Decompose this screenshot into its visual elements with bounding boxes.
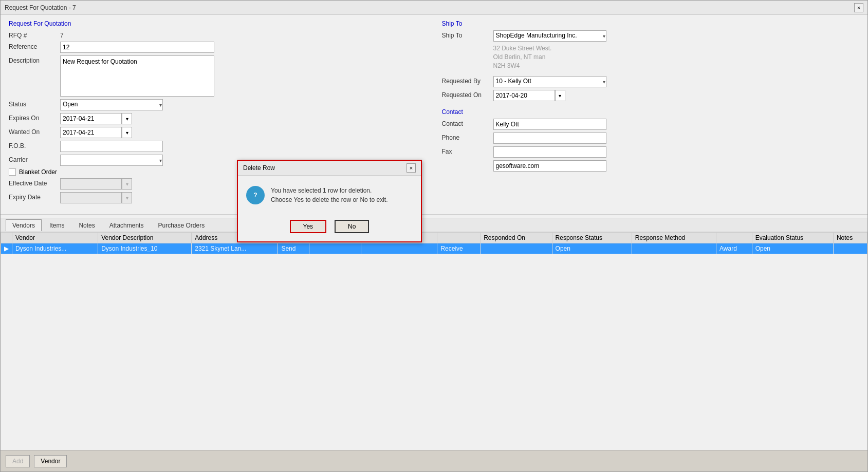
dialog-title-text: Delete Row — [243, 164, 275, 172]
row-notes — [833, 243, 867, 254]
vendors-table-wrapper: Vendor Vendor Description Address Issued… — [1, 232, 867, 450]
main-window: Request For Quotation - 7 × Request For … — [0, 0, 868, 472]
effective-date-calendar-button[interactable]: ▾ — [122, 178, 132, 190]
requested-on-label: Requested On — [442, 90, 493, 99]
table-section: Vendor Vendor Description Address Issued… — [1, 232, 867, 450]
expires-on-label: Expires On — [9, 113, 60, 122]
top-form-section: Request For Quotation RFQ # 7 Reference … — [1, 15, 867, 211]
effective-date-wrapper: ▾ — [60, 178, 132, 190]
row-response-method — [632, 243, 716, 254]
requested-by-row: Requested By 10 - Kelly Ott ▾ — [442, 76, 860, 87]
effective-date-label: Effective Date — [9, 178, 60, 187]
rfq-number-label: RFQ # — [9, 30, 60, 39]
col-arrow — [1, 233, 12, 243]
dialog-no-button[interactable]: No — [335, 220, 369, 233]
dialog-buttons: Yes No — [238, 215, 421, 241]
tab-items[interactable]: Items — [43, 219, 71, 231]
requested-on-date-wrapper: ▾ — [493, 90, 565, 101]
requested-by-label: Requested By — [442, 76, 493, 85]
row-issued-on — [309, 243, 361, 254]
row-response-status: Open — [552, 243, 632, 254]
expiry-date-input[interactable] — [60, 192, 122, 203]
dialog-message: You have selected 1 row for deletion. Ch… — [271, 186, 387, 204]
status-row: Status Open ▾ — [9, 99, 427, 110]
close-window-button[interactable]: × — [854, 3, 863, 12]
expires-on-input[interactable] — [60, 113, 122, 124]
status-select[interactable]: Open — [60, 99, 163, 110]
row-responded-on — [481, 243, 552, 254]
wanted-on-calendar-button[interactable]: ▾ — [122, 127, 132, 138]
effective-date-input[interactable] — [60, 178, 122, 190]
contact-label: Contact — [442, 119, 493, 127]
vendor-button[interactable]: Vendor — [34, 455, 67, 467]
blanket-order-checkbox[interactable] — [9, 168, 16, 176]
row-send: Send — [278, 243, 309, 254]
expires-on-row: Expires On ▾ — [9, 113, 427, 124]
dialog-icon: ? — [246, 186, 265, 204]
ship-to-select[interactable]: ShopEdge Manufacturing Inc. — [493, 30, 606, 42]
col-evaluation-status: Evaluation Status — [752, 233, 833, 243]
ship-to-address: 32 Duke Street West. Old Berlin, NT man … — [493, 44, 860, 70]
col-receive — [437, 233, 481, 243]
tab-purchase-orders[interactable]: Purchase Orders — [151, 219, 211, 231]
ship-to-label: Ship To — [442, 30, 493, 39]
tab-attachments[interactable]: Attachments — [103, 219, 151, 231]
requested-on-calendar-button[interactable]: ▾ — [555, 90, 565, 101]
email-input[interactable] — [493, 160, 606, 172]
tabs-bar: Vendors Items Notes Attachments Purchase… — [1, 218, 867, 232]
fax-row: Fax — [442, 146, 860, 158]
rfq-number-value: 7 — [60, 30, 64, 39]
table-header-row: Vendor Vendor Description Address Issued… — [1, 233, 867, 243]
tab-notes[interactable]: Notes — [72, 219, 101, 231]
reference-label: Reference — [9, 42, 60, 50]
phone-input[interactable] — [493, 133, 606, 144]
bottom-toolbar: Add Vendor — [1, 450, 867, 471]
dialog-title-bar: Delete Row × — [238, 161, 421, 176]
dialog-yes-button[interactable]: Yes — [290, 220, 327, 233]
wanted-on-input[interactable] — [60, 127, 122, 138]
table-row[interactable]: ▶ Dyson Industries... Dyson Industries_1… — [1, 243, 867, 254]
col-vendor: Vendor — [12, 233, 98, 243]
title-bar: Request For Quotation - 7 × — [1, 1, 867, 15]
contact-section-label: Contact — [442, 108, 860, 116]
add-button[interactable]: Add — [6, 455, 30, 467]
expires-on-calendar-button[interactable]: ▾ — [122, 113, 132, 124]
row-delivery-method — [361, 243, 437, 254]
ship-to-row: Ship To ShopEdge Manufacturing Inc. ▾ — [442, 30, 860, 42]
expires-on-date-wrapper: ▾ — [60, 113, 132, 124]
col-responded-on: Responded On — [481, 233, 552, 243]
reference-row: Reference — [9, 42, 427, 53]
email-label — [442, 160, 493, 162]
col-response-status: Response Status — [552, 233, 632, 243]
fob-row: F.O.B. — [9, 141, 427, 152]
contact-input[interactable] — [493, 119, 606, 130]
reference-input[interactable] — [60, 42, 214, 53]
row-vendor-description: Dyson Industries_10 — [98, 243, 192, 254]
main-content: Request For Quotation RFQ # 7 Reference … — [1, 15, 867, 471]
delete-row-dialog: Delete Row × ? You have selected 1 row f… — [237, 160, 422, 242]
vendors-table: Vendor Vendor Description Address Issued… — [1, 232, 867, 254]
wanted-on-row: Wanted On ▾ — [9, 127, 427, 138]
row-receive: Receive — [437, 243, 481, 254]
description-label: Description — [9, 55, 60, 64]
fax-input[interactable] — [493, 146, 606, 158]
expiry-date-wrapper: ▾ — [60, 192, 132, 203]
wanted-on-label: Wanted On — [9, 127, 60, 136]
description-textarea[interactable]: New Request for Quotation — [60, 55, 214, 97]
tab-vendors[interactable]: Vendors — [6, 219, 42, 231]
wanted-on-date-wrapper: ▾ — [60, 127, 132, 138]
col-award — [716, 233, 752, 243]
row-vendor: Dyson Industries... — [12, 243, 98, 254]
fax-label: Fax — [442, 146, 493, 155]
carrier-select[interactable] — [60, 155, 163, 166]
fob-label: F.O.B. — [9, 141, 60, 149]
rfq-section-label: Request For Quotation — [9, 20, 427, 27]
description-row: Description New Request for Quotation — [9, 55, 427, 97]
expiry-date-calendar-button[interactable]: ▾ — [122, 192, 132, 203]
requested-on-row: Requested On ▾ — [442, 90, 860, 101]
requested-by-select[interactable]: 10 - Kelly Ott — [493, 76, 606, 87]
dialog-close-button[interactable]: × — [407, 163, 416, 173]
requested-on-input[interactable] — [493, 90, 555, 101]
status-label: Status — [9, 99, 60, 108]
fob-input[interactable] — [60, 141, 163, 152]
